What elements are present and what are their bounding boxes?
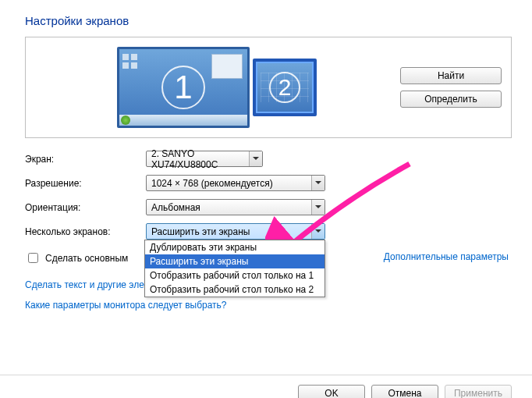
identify-button[interactable]: Определить xyxy=(400,91,502,108)
chevron-down-icon xyxy=(311,224,325,239)
multiple-displays-select[interactable]: Расширить эти экраны xyxy=(146,223,325,240)
monitor-1-number: 1 xyxy=(161,66,206,110)
dropdown-option[interactable]: Расширить эти экраны xyxy=(145,254,325,268)
monitor-2-number: 2 xyxy=(269,72,301,104)
page-title: Настройки экранов xyxy=(25,14,512,27)
screen-select[interactable]: 2. SANYO XU74/XU8800C xyxy=(146,151,263,167)
resolution-label: Разрешение: xyxy=(25,178,146,189)
resolution-select[interactable]: 1024 × 768 (рекомендуется) xyxy=(146,175,325,191)
orientation-label: Ориентация: xyxy=(25,202,146,213)
monitor-2[interactable]: 2 xyxy=(253,59,317,116)
chevron-down-icon xyxy=(311,200,325,215)
dropdown-option[interactable]: Отобразить рабочий стол только на 1 xyxy=(145,268,325,283)
multiple-displays-value: Расширить эти экраны xyxy=(151,226,250,237)
ok-button[interactable]: OK xyxy=(298,385,365,398)
chevron-down-icon xyxy=(249,151,262,166)
screen-label: Экран: xyxy=(25,154,146,165)
orientation-select[interactable]: Альбомная xyxy=(146,199,325,215)
monitor-1[interactable]: 1 xyxy=(117,47,250,128)
advanced-settings-link[interactable]: Дополнительные параметры xyxy=(384,251,509,262)
cancel-button[interactable]: Отмена xyxy=(371,385,438,398)
which-monitor-link[interactable]: Какие параметры монитора следует выбрать… xyxy=(25,300,512,311)
resolution-value: 1024 × 768 (рекомендуется) xyxy=(151,178,273,189)
make-primary-checkbox[interactable] xyxy=(28,253,38,263)
make-primary-label: Сделать основным xyxy=(45,253,128,264)
dropdown-option[interactable]: Дублировать эти экраны xyxy=(145,240,325,254)
multiple-displays-dropdown[interactable]: Дублировать эти экраныРасширить эти экра… xyxy=(144,240,325,297)
apply-button: Применить xyxy=(445,385,512,398)
screen-value: 2. SANYO XU74/XU8800C xyxy=(151,148,248,170)
orientation-value: Альбомная xyxy=(151,202,200,213)
chevron-down-icon xyxy=(311,176,325,190)
find-button[interactable]: Найти xyxy=(400,67,502,84)
display-preview: 1 2 Найти Определить xyxy=(25,37,512,138)
multiple-displays-label: Несколько экранов: xyxy=(25,226,146,237)
dropdown-option[interactable]: Отобразить рабочий стол только на 2 xyxy=(145,283,325,297)
